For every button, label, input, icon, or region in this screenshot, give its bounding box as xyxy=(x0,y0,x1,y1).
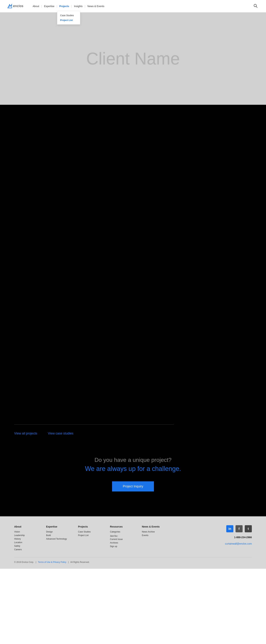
dropdown-project-list[interactable]: Project List xyxy=(57,18,80,22)
social-icons: in f t xyxy=(226,525,252,532)
nav-projects-link[interactable]: Projects xyxy=(57,5,71,8)
footer-expertise-advanced[interactable]: Advanced Technology xyxy=(46,538,67,540)
footer-resources-archives[interactable]: Archives xyxy=(110,542,131,544)
view-case-studies-link[interactable]: View case studies xyxy=(48,432,73,435)
logo[interactable]: enclos xyxy=(7,4,23,9)
footer-columns: About Vision Leadership History Location… xyxy=(14,525,252,557)
footer-about-safety[interactable]: Safety xyxy=(14,545,35,547)
nav-insights-link[interactable]: Insights xyxy=(72,5,85,8)
footer-bottom: © 2019 Enclos Corp. | Terms of Use & Pri… xyxy=(14,557,252,564)
footer-projects-case[interactable]: Case Studies xyxy=(78,530,99,533)
nav-news[interactable]: News & Events xyxy=(85,5,106,8)
footer-expertise-col: Expertise Design Build Advanced Technolo… xyxy=(46,525,67,552)
logo-icon xyxy=(7,4,12,9)
footer-news-title: News & Events xyxy=(142,525,163,528)
cta-title: We are always up for a challenge. xyxy=(7,465,259,472)
nav-insights[interactable]: Insights xyxy=(72,5,85,8)
footer-expertise-design[interactable]: Design xyxy=(46,530,67,533)
footer-projects-col: Projects Case Studies Project List xyxy=(78,525,99,552)
hero-section: Client Name xyxy=(0,12,266,105)
footer-resources-col: Resources Categories SkinTec: Current Is… xyxy=(110,525,131,552)
footer-news-archive[interactable]: News Archive xyxy=(142,530,163,533)
main-section: View all projects View case studies Do y… xyxy=(0,105,266,516)
footer-about-careers[interactable]: Careers xyxy=(14,548,35,551)
footer-news-col: News & Events News Archive Events xyxy=(142,525,163,552)
footer-contact-col: in f t 1-888-234-2966 curtainwall@enclos… xyxy=(225,525,252,552)
footer-email[interactable]: curtainwall@enclos.com xyxy=(225,542,252,545)
footer-copyright: © 2019 Enclos Corp. xyxy=(14,561,34,564)
project-links: View all projects View case studies xyxy=(0,424,266,442)
footer-expertise-title: Expertise xyxy=(46,525,67,528)
project-inquiry-button[interactable]: Project Inquiry xyxy=(112,481,154,492)
cta-subtitle: Do you have a unique project? xyxy=(7,457,259,463)
cta-section: Do you have a unique project? We are alw… xyxy=(0,442,266,506)
footer-projects-list[interactable]: Project List xyxy=(78,534,99,536)
footer-resources-title: Resources xyxy=(110,525,131,528)
logo-text: enclos xyxy=(13,4,23,8)
svg-line-3 xyxy=(256,6,257,8)
nav-expertise[interactable]: Expertise xyxy=(42,5,56,8)
footer-phone: 1-888-234-2966 xyxy=(234,536,252,539)
footer: About Vision Leadership History Location… xyxy=(0,516,266,569)
header: enclos About | Expertise | Projects Case… xyxy=(0,0,266,12)
footer-projects-title: Projects xyxy=(78,525,99,528)
facebook-icon[interactable]: f xyxy=(236,525,243,532)
footer-expertise-build[interactable]: Build xyxy=(46,534,67,536)
footer-about-title: About xyxy=(14,525,35,528)
footer-about-vision[interactable]: Vision xyxy=(14,530,35,533)
linkedin-icon[interactable]: in xyxy=(226,525,233,532)
nav-about[interactable]: About xyxy=(30,5,41,8)
twitter-icon[interactable]: t xyxy=(245,525,252,532)
footer-resources-categories[interactable]: Categories xyxy=(110,530,131,533)
nav-about-link[interactable]: About xyxy=(30,5,41,8)
footer-rights: All Rights Reserved. xyxy=(70,561,90,564)
footer-about-history[interactable]: History xyxy=(14,538,35,540)
search-button[interactable] xyxy=(252,2,259,10)
projects-dropdown: Case Studies Project List xyxy=(57,11,80,24)
nav-projects[interactable]: Projects Case Studies Project List xyxy=(57,5,71,8)
footer-about-col: About Vision Leadership History Location… xyxy=(14,525,35,552)
view-all-projects-link[interactable]: View all projects xyxy=(14,432,37,435)
footer-resources-current[interactable]: Current Issue xyxy=(110,538,131,540)
footer-skintec-label: SkinTec: xyxy=(110,535,131,537)
nav-news-link[interactable]: News & Events xyxy=(85,5,106,8)
footer-news-events[interactable]: Events xyxy=(142,534,163,536)
footer-about-location[interactable]: Location xyxy=(14,541,35,544)
video-area xyxy=(0,105,266,424)
main-nav: About | Expertise | Projects Case Studie… xyxy=(30,5,252,8)
hero-title: Client Name xyxy=(86,49,180,68)
nav-expertise-link[interactable]: Expertise xyxy=(42,5,56,8)
svg-point-2 xyxy=(254,4,257,7)
footer-resources-signup[interactable]: Sign up xyxy=(110,545,131,548)
footer-terms[interactable]: Terms of Use & Privacy Policy xyxy=(38,561,66,564)
footer-about-leadership[interactable]: Leadership xyxy=(14,534,35,536)
search-icon xyxy=(254,4,258,8)
dropdown-case-studies[interactable]: Case Studies xyxy=(57,13,80,18)
